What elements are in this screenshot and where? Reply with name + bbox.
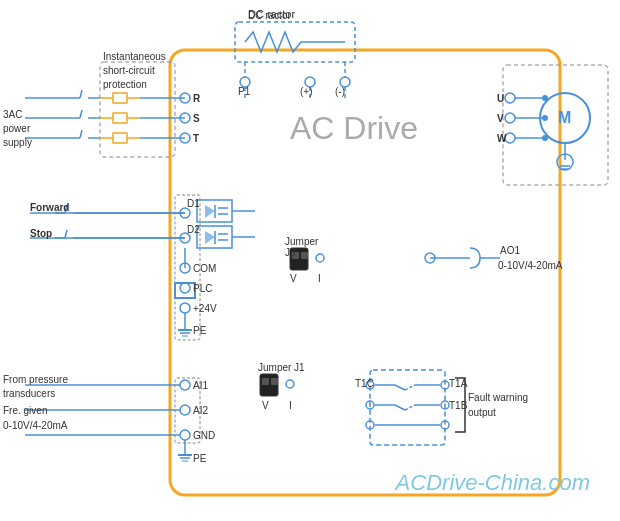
svg-rect-52 xyxy=(503,65,608,185)
dc-ractor-text: DC ractor xyxy=(248,10,291,21)
gnd-label: GND xyxy=(193,430,215,441)
svg-marker-64 xyxy=(205,205,215,218)
u-label: U xyxy=(497,93,504,104)
svg-point-92 xyxy=(180,430,190,440)
stop-label: Stop xyxy=(30,228,52,239)
svg-line-20 xyxy=(80,130,82,138)
fre-given-label: Fre. given xyxy=(3,405,47,416)
svg-rect-24 xyxy=(113,93,127,103)
plus24v-label: +24V xyxy=(193,303,217,314)
instantaneous-label: Instantaneous short-circuit protection xyxy=(103,50,166,92)
t1a-label: T1A xyxy=(449,378,467,389)
svg-line-110 xyxy=(405,385,415,390)
p1-label: P1 xyxy=(238,86,250,97)
t1c-label: T1C xyxy=(355,378,374,389)
svg-line-59 xyxy=(65,230,67,238)
range-label: 0-10V/4-20mA xyxy=(3,420,67,431)
pressure-label: From pressuretransducers xyxy=(3,373,68,401)
svg-line-109 xyxy=(395,385,405,390)
t1b-label: T1B xyxy=(449,400,467,411)
svg-rect-80 xyxy=(175,283,195,298)
ao1-range-label: 0-10V/4-20mA xyxy=(498,260,562,271)
jumper-j3-label: JumperJ3 xyxy=(285,236,318,258)
plc-label: PLC xyxy=(193,283,212,294)
svg-point-47 xyxy=(542,135,548,141)
svg-point-39 xyxy=(505,113,515,123)
i-j1-label: I xyxy=(289,400,292,411)
svg-rect-30 xyxy=(113,133,127,143)
pe-label-bottom: PE xyxy=(193,453,206,464)
w-label: W xyxy=(497,133,506,144)
minus-label: (-) xyxy=(335,86,345,97)
i-j3-label: I xyxy=(318,273,321,284)
svg-line-14 xyxy=(80,90,82,98)
ao1-label: AO1 xyxy=(500,245,520,256)
svg-point-46 xyxy=(542,115,548,121)
ai1-label: AI1 xyxy=(193,380,208,391)
v-j1-label: V xyxy=(262,400,269,411)
svg-line-17 xyxy=(80,110,82,118)
svg-marker-69 xyxy=(205,231,215,244)
v-j3-label: V xyxy=(290,273,297,284)
svg-rect-27 xyxy=(113,113,127,123)
plus-label: (+) xyxy=(300,86,313,97)
svg-point-75 xyxy=(180,303,190,313)
r-label: R xyxy=(193,93,200,104)
svg-point-104 xyxy=(286,380,294,388)
fault-warning-label: Fault warningoutput xyxy=(468,390,528,420)
d2-label: D2 xyxy=(187,224,200,235)
pe-label-top: PE xyxy=(193,325,206,336)
svg-point-74 xyxy=(180,283,190,293)
power-supply-label: 3ACpowersupply xyxy=(3,108,32,150)
svg-rect-105 xyxy=(370,370,445,445)
svg-point-90 xyxy=(180,380,190,390)
svg-point-91 xyxy=(180,405,190,415)
ai2-label: AI2 xyxy=(193,405,208,416)
diagram-container: M xyxy=(0,0,620,521)
d1-label: D1 xyxy=(187,198,200,209)
forward-label: Forward xyxy=(30,202,69,213)
jumper-j1-label: Jumper J1 xyxy=(258,362,305,373)
s-label: S xyxy=(193,113,200,124)
svg-point-40 xyxy=(505,133,515,143)
t-label: T xyxy=(193,133,199,144)
motor-label: M xyxy=(558,109,571,126)
svg-point-45 xyxy=(542,95,548,101)
svg-line-112 xyxy=(395,405,405,410)
v-label: V xyxy=(497,113,504,124)
svg-line-113 xyxy=(405,405,415,410)
svg-point-38 xyxy=(505,93,515,103)
svg-rect-102 xyxy=(262,378,269,385)
watermark: ACDrive-China.com xyxy=(396,470,590,496)
svg-rect-103 xyxy=(271,378,278,385)
ac-drive-title: AC Drive xyxy=(290,110,418,147)
com-label: COM xyxy=(193,263,216,274)
